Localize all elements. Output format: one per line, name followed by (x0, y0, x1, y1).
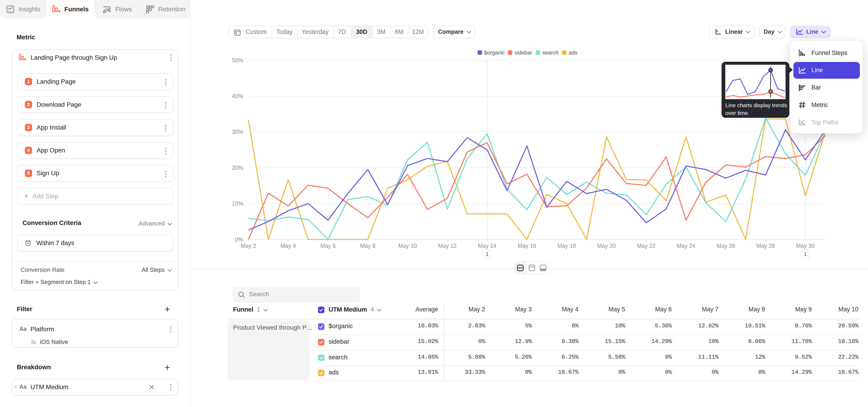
svg-text:May 8: May 8 (360, 243, 375, 249)
svg-text:1: 1 (486, 251, 489, 257)
svg-text:May 2: May 2 (241, 243, 256, 249)
svg-text:May 16: May 16 (518, 243, 536, 249)
svg-text:May 22: May 22 (637, 243, 655, 249)
svg-text:May 20: May 20 (597, 243, 616, 249)
svg-text:May 6: May 6 (320, 243, 336, 249)
svg-text:ads: ads (569, 50, 578, 56)
svg-text:search: search (542, 50, 559, 56)
svg-text:0%: 0% (235, 236, 243, 243)
svg-text:May 18: May 18 (557, 243, 576, 249)
svg-text:sidebar: sidebar (515, 50, 532, 56)
svg-text:May 28: May 28 (756, 243, 775, 249)
svg-text:May 24: May 24 (677, 243, 695, 249)
svg-text:May 10: May 10 (398, 243, 417, 249)
svg-text:$organic: $organic (484, 50, 505, 56)
svg-text:1: 1 (804, 251, 807, 257)
svg-text:May 26: May 26 (717, 243, 735, 249)
svg-text:50%: 50% (232, 57, 243, 63)
svg-text:10%: 10% (232, 200, 243, 207)
svg-text:May 12: May 12 (438, 243, 457, 249)
svg-text:May 4: May 4 (281, 243, 296, 249)
svg-text:30%: 30% (232, 129, 243, 135)
svg-text:May 14: May 14 (478, 243, 496, 249)
svg-text:20%: 20% (232, 165, 243, 171)
svg-text:40%: 40% (232, 93, 243, 99)
svg-text:May 30: May 30 (796, 243, 815, 249)
